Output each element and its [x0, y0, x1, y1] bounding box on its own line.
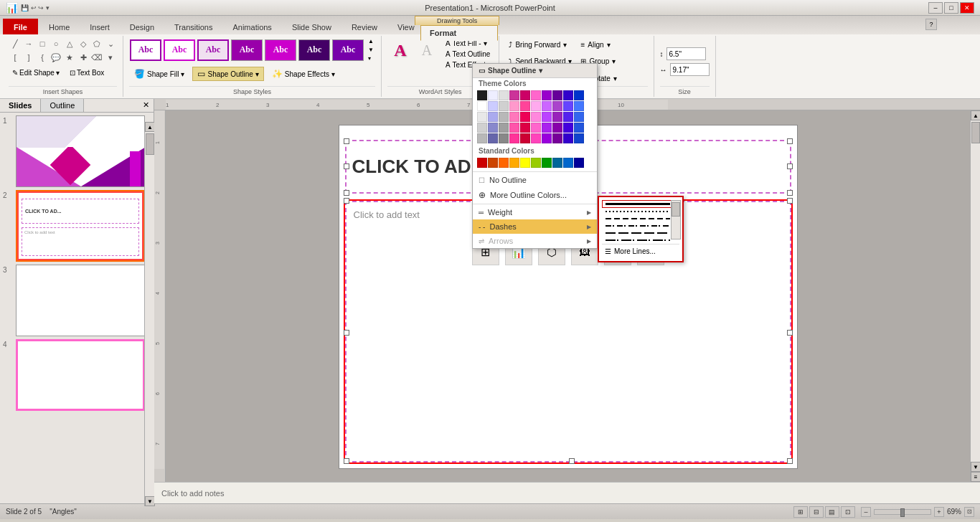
slideshow-button[interactable]: ⊡ — [841, 506, 855, 518]
shape-style-3[interactable]: Abc — [197, 39, 229, 61]
tc-r3-8[interactable] — [552, 112, 562, 122]
tc-r3-4[interactable] — [509, 112, 519, 122]
handle-ml[interactable] — [344, 163, 349, 169]
zoom-out-button[interactable]: – — [861, 507, 871, 517]
shape-star[interactable]: ★ — [63, 51, 76, 64]
no-outline-item[interactable]: ☐ No Outline — [473, 173, 597, 187]
shape-style-6[interactable]: Abc — [298, 39, 330, 61]
slide-sorter-button[interactable]: ⊟ — [809, 506, 824, 518]
tc-black[interactable] — [477, 90, 487, 100]
shape-more[interactable]: ▾ — [104, 51, 117, 64]
slide-1-thumb[interactable]: 1 — [3, 115, 151, 187]
right-scroll-extra[interactable]: ≡ — [971, 472, 980, 482]
sc-blue[interactable] — [563, 158, 573, 168]
dash-scroll-thumb[interactable] — [672, 202, 680, 217]
scroll-thumb[interactable] — [146, 133, 154, 155]
panel-close-button[interactable]: ✕ — [138, 99, 154, 112]
style-scroll-up[interactable]: ▲ — [367, 37, 375, 45]
handle-mr[interactable] — [787, 163, 793, 169]
shape-style-2[interactable]: Abc — [164, 39, 195, 61]
tc-r5-2[interactable] — [488, 133, 498, 143]
tc-r3-2[interactable] — [488, 112, 498, 122]
scroll-up-button[interactable]: ▲ — [145, 122, 155, 132]
slide-2-thumb[interactable]: 2 CLICK TO AD... Click to add text — [3, 190, 151, 262]
shape-line[interactable]: ╱ — [9, 37, 22, 50]
tc-r3-9[interactable] — [563, 112, 573, 122]
tc-r5-5[interactable] — [520, 133, 530, 143]
tc-r5-8[interactable] — [552, 133, 562, 143]
shape-style-5[interactable]: Abc — [265, 39, 296, 61]
tc-accent3[interactable] — [531, 90, 541, 100]
bring-forward-button[interactable]: ⤴ Bring Forward ▾ — [505, 37, 575, 52]
tc-r5-4[interactable] — [509, 133, 519, 143]
edit-shape-button[interactable]: ✎ Edit Shape ▾ — [9, 67, 63, 79]
tab-file[interactable]: File — [3, 19, 38, 34]
tc-r5-7[interactable] — [542, 133, 552, 143]
shape-bracket-left[interactable]: [ — [9, 51, 22, 64]
tab-design[interactable]: Design — [121, 19, 164, 34]
handle-tr[interactable] — [787, 138, 793, 144]
tab-animations[interactable]: Animations — [223, 19, 281, 34]
shape-cross[interactable]: ✚ — [77, 51, 90, 64]
tc-accent2[interactable] — [520, 90, 530, 100]
sc-yellow[interactable] — [520, 158, 530, 168]
slide-3-thumb[interactable]: 3 — [3, 265, 151, 336]
tc-accent1[interactable] — [509, 90, 519, 100]
sc-dark-red[interactable] — [488, 158, 498, 168]
outline-tab[interactable]: Outline — [41, 99, 84, 112]
tc-dark2[interactable] — [499, 90, 509, 100]
style-scroll-more[interactable]: ▾ — [367, 54, 375, 62]
shape-banner[interactable]: ⌫ — [90, 51, 103, 64]
tc-r4-4[interactable] — [509, 123, 519, 133]
tab-insert[interactable]: Insert — [80, 19, 119, 34]
dashes-item[interactable]: - - Dashes ▶ — [473, 219, 597, 234]
tc-accent7[interactable] — [574, 90, 584, 100]
sc-dk-orange[interactable] — [509, 158, 519, 168]
tab-slideshow[interactable]: Slide Show — [283, 19, 341, 34]
sc-teal[interactable] — [552, 158, 562, 168]
shape-chevron[interactable]: ⌄ — [104, 37, 117, 50]
content-handle-bc[interactable] — [569, 458, 575, 464]
text-box-button[interactable]: ⊡ Text Box — [66, 67, 108, 79]
right-scroll-thumb[interactable] — [971, 122, 980, 143]
text-outline-button[interactable]: A Text Outline — [443, 49, 493, 59]
tc-accent6[interactable] — [563, 90, 573, 100]
tab-transitions[interactable]: Transitions — [165, 19, 222, 34]
tab-home[interactable]: Home — [39, 19, 79, 34]
tc-r5-10[interactable] — [574, 133, 584, 143]
style-scroll-down[interactable]: ▼ — [367, 46, 375, 54]
sc-red[interactable] — [477, 158, 487, 168]
tc-r4-10[interactable] — [574, 123, 584, 133]
tc-r3-10[interactable] — [574, 112, 584, 122]
shape-outline-button[interactable]: ▭ Shape Outline ▾ — [192, 67, 263, 81]
tc-r5-3[interactable] — [499, 133, 509, 143]
tc-r4-6[interactable] — [531, 123, 541, 133]
tc-r5-1[interactable] — [477, 133, 487, 143]
tc-r4-8[interactable] — [552, 123, 562, 133]
zoom-thumb[interactable] — [900, 508, 905, 517]
content-handle-mr[interactable] — [787, 330, 793, 336]
content-handle-br[interactable] — [787, 458, 793, 464]
tc-r4-7[interactable] — [542, 123, 552, 133]
tc-r2-5[interactable] — [520, 101, 530, 111]
sc-orange[interactable] — [499, 158, 509, 168]
shape-style-4[interactable]: Abc — [231, 39, 263, 61]
align-button[interactable]: ≡ Align ▾ — [577, 37, 647, 52]
tc-r2-2[interactable] — [488, 101, 498, 111]
tc-r2-8[interactable] — [552, 101, 562, 111]
tc-r3-6[interactable] — [531, 112, 541, 122]
tc-r2-10[interactable] — [574, 101, 584, 111]
shape-triangle[interactable]: △ — [63, 37, 76, 50]
minimize-button[interactable]: – — [928, 2, 943, 14]
right-scroll-dn[interactable]: ▼ — [971, 462, 980, 472]
tc-r4-9[interactable] — [563, 123, 573, 133]
tab-format[interactable]: Format — [420, 25, 498, 41]
handle-br[interactable] — [787, 190, 793, 196]
sc-green[interactable] — [542, 158, 552, 168]
more-lines-item[interactable]: ☰ More Lines... — [602, 244, 679, 258]
shape-style-7[interactable]: Abc — [332, 39, 364, 61]
tc-r5-6[interactable] — [531, 133, 541, 143]
shape-effects-button[interactable]: ✨ Shape Effects ▾ — [267, 67, 340, 81]
tc-r3-3[interactable] — [499, 112, 509, 122]
scroll-down-button[interactable]: ▼ — [145, 496, 155, 506]
